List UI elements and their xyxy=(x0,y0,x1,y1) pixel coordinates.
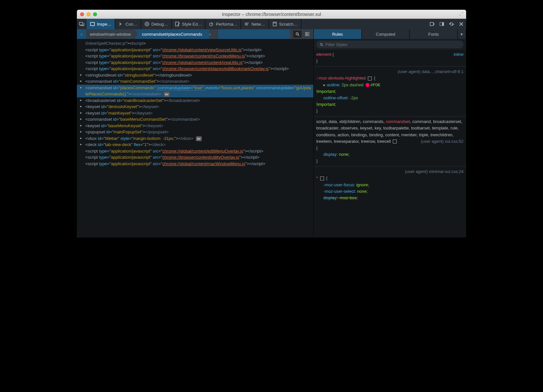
markup-node[interactable]: <commandset id="mainCommandSet"></comman… xyxy=(77,78,313,85)
rules-list[interactable]: element {inline } (user agent) data…;cha… xyxy=(314,50,466,238)
src-link[interactable]: chrome://global/content/editMenuOverlay.… xyxy=(163,149,243,153)
window-title: Inspector – chrome://browser/content/bro… xyxy=(77,12,466,17)
toggle-sidebar-icon[interactable] xyxy=(303,31,311,38)
rule-selector: * xyxy=(316,176,318,180)
src-link[interactable]: chrome://global/content/contentAreaUtils… xyxy=(163,60,243,65)
highlight-toggle-icon[interactable] xyxy=(368,77,372,80)
breadcrumb-bar: ‹ window#main-window commandset#placesCo… xyxy=(77,29,313,39)
breadcrumb-item[interactable]: window#main-window xyxy=(86,29,135,39)
svg-rect-8 xyxy=(442,22,444,26)
svg-point-2 xyxy=(145,22,149,26)
minimize-window-button[interactable] xyxy=(87,12,90,16)
tab-scratchpad[interactable]: Scratch… xyxy=(269,19,301,29)
src-link[interactable]: chrome://global/content/viewSourceUtils.… xyxy=(163,47,242,52)
svg-point-9 xyxy=(296,33,298,35)
highlight-toggle-icon[interactable] xyxy=(320,177,324,180)
devtools-tab-bar: Inspe… Con… Debug… Style Ed… Performa… N… xyxy=(77,19,466,29)
src-link[interactable]: chrome://browser/content/places/editBook… xyxy=(163,66,269,71)
dock-side-button[interactable] xyxy=(437,19,447,29)
tab-debugger[interactable]: Debug… xyxy=(141,19,172,29)
inspector-panel: ‹ window#main-window commandset#placesCo… xyxy=(77,29,314,238)
markup-node[interactable]: <deck id="tab-view-deck" flex="1"></deck… xyxy=(77,141,313,148)
color-swatch[interactable] xyxy=(366,83,369,87)
src-link[interactable]: chrome://browser/content/nsContextMenu.j… xyxy=(163,54,245,58)
console-icon xyxy=(118,21,124,27)
network-icon xyxy=(244,21,249,27)
rule-selector: element xyxy=(316,52,331,57)
side-tab-fonts[interactable]: Fonts xyxy=(410,29,458,39)
markup-node[interactable]: <vbox id="titlebar" style="margin-bottom… xyxy=(77,135,313,142)
search-icon xyxy=(320,43,323,47)
tab-label: Style Ed… xyxy=(182,22,202,27)
side-tab-more-icon[interactable]: ▾ xyxy=(458,29,466,39)
tab-style-editor[interactable]: Style Ed… xyxy=(172,19,205,29)
inline-badge: inline xyxy=(454,51,464,58)
markup-node[interactable]: <commandset id="baseMenuCommandSet"></co… xyxy=(77,116,313,123)
iframe-picker-icon[interactable] xyxy=(77,19,87,29)
inspector-icon xyxy=(90,21,95,27)
close-window-button[interactable] xyxy=(80,12,84,16)
highlight-toggle-icon[interactable] xyxy=(393,140,397,143)
markup-node-selected[interactable]: <commandset id="placesCommands" commandu… xyxy=(77,85,313,97)
tab-label: Con… xyxy=(126,22,138,27)
markup-node[interactable]: <keyset id="devtoolsKeyset"></keyset> xyxy=(77,104,313,110)
markup-node[interactable]: <keyset id="mainKeyset"></keyset> xyxy=(77,110,313,116)
filter-styles-wrap xyxy=(314,39,466,50)
markup-node[interactable]: <broadcasterset id="mainBroadcasterSet">… xyxy=(77,97,313,104)
debugger-icon xyxy=(144,21,150,27)
rules-panel: Rules Computed Fonts ▾ element {inline }… xyxy=(314,29,466,238)
side-tabs: Rules Computed Fonts ▾ xyxy=(314,29,466,39)
tab-label: Performa… xyxy=(216,22,237,27)
rule-source[interactable]: (user agent) xul.css:52 xyxy=(421,138,464,145)
scratchpad-icon xyxy=(272,21,277,27)
side-tab-rules[interactable]: Rules xyxy=(314,29,362,39)
rule-selector: :-moz-devtools-highlighted xyxy=(316,76,366,80)
rule-source[interactable]: (user agent) minimal-xul.css:24 xyxy=(316,168,464,175)
event-badge[interactable]: ev xyxy=(196,136,202,141)
markup-node[interactable]: <stringbundleset id="stringbundleset"></… xyxy=(77,72,313,79)
style-icon xyxy=(175,21,180,27)
src-link[interactable]: chrome://global/content/macWindowMenu.js xyxy=(163,161,245,166)
tab-inspector[interactable]: Inspe… xyxy=(87,19,115,29)
svg-rect-5 xyxy=(273,22,276,26)
zoom-window-button[interactable] xyxy=(93,12,97,16)
breadcrumb-forward-icon[interactable]: › xyxy=(209,29,218,39)
filter-styles-input[interactable] xyxy=(325,42,460,47)
svg-rect-0 xyxy=(79,22,83,25)
tab-network[interactable]: Netw… xyxy=(241,19,269,29)
breadcrumb-back-icon[interactable]: ‹ xyxy=(77,32,86,37)
svg-rect-3 xyxy=(175,22,179,26)
tab-label: Scratch… xyxy=(279,22,298,27)
svg-rect-1 xyxy=(90,22,94,26)
markup-node[interactable]: <popupset id="mainPopupSet"></popupset> xyxy=(77,129,313,135)
perf-icon xyxy=(209,21,214,27)
devtools-window: Inspector – chrome://browser/content/bro… xyxy=(77,10,466,238)
tab-label: Inspe… xyxy=(97,22,112,27)
svg-rect-6 xyxy=(430,22,433,26)
svg-point-11 xyxy=(320,43,322,45)
src-link[interactable]: chrome://browser/content/utilityOverlay.… xyxy=(163,155,239,160)
settings-gear-icon[interactable] xyxy=(447,19,456,29)
close-devtools-icon[interactable] xyxy=(456,19,466,29)
tab-label: Netw… xyxy=(251,22,265,27)
traffic-lights xyxy=(80,12,97,16)
rule-source[interactable]: (user agent) data…;charset=utf-8:1 xyxy=(316,68,464,75)
search-markup-icon[interactable] xyxy=(293,31,302,38)
toolbox-options-button[interactable] xyxy=(427,19,437,29)
tab-console[interactable]: Con… xyxy=(115,19,141,29)
markup-node[interactable]: <keyset id="baseMenuKeyset"></keyset> xyxy=(77,123,313,129)
markup-view[interactable]: /InlineSpellChecker.js"></script> <scrip… xyxy=(77,39,313,238)
tab-label: Debug… xyxy=(151,22,168,27)
breadcrumb-item-selected[interactable]: commandset#placesCommands xyxy=(138,29,206,39)
event-badge[interactable]: ev xyxy=(164,92,170,97)
window-titlebar[interactable]: Inspector – chrome://browser/content/bro… xyxy=(77,10,466,19)
side-tab-computed[interactable]: Computed xyxy=(362,29,410,39)
tab-performance[interactable]: Performa… xyxy=(205,19,241,29)
fullscreen-icon[interactable] xyxy=(459,12,464,16)
